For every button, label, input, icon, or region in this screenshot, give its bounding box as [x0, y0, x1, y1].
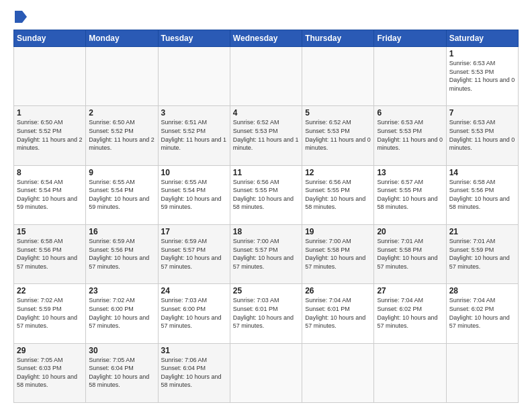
day-number: 30 — [89, 346, 154, 355]
sunrise-label: Sunrise: 7:05 AM — [17, 357, 63, 363]
sunset-label: Sunset: 5:56 PM — [89, 246, 134, 253]
logo-icon — [15, 11, 27, 23]
calendar-cell: 9 Sunrise: 6:55 AM Sunset: 5:54 PM Dayli… — [86, 165, 158, 224]
day-number: 16 — [89, 227, 154, 236]
daylight-label: Daylight: 10 hours and 59 minutes. — [17, 195, 77, 211]
daylight-label: Daylight: 11 hours and 0 minutes. — [305, 136, 371, 152]
calendar-cell: 25 Sunrise: 7:03 AM Sunset: 6:01 PM Dayl… — [230, 284, 302, 343]
day-info: Sunrise: 6:51 AM Sunset: 5:52 PM Dayligh… — [161, 118, 227, 152]
sunrise-label: Sunrise: 7:02 AM — [17, 297, 63, 304]
sunrise-label: Sunrise: 6:58 AM — [449, 179, 496, 185]
day-info: Sunrise: 7:01 AM Sunset: 5:59 PM Dayligh… — [449, 237, 515, 271]
day-number: 12 — [305, 168, 371, 177]
sunrise-label: Sunrise: 6:56 AM — [305, 179, 351, 185]
sunrise-label: Sunrise: 7:04 AM — [305, 297, 351, 304]
calendar-cell: 29 Sunrise: 7:05 AM Sunset: 6:03 PM Dayl… — [14, 343, 86, 402]
sunset-label: Sunset: 6:01 PM — [233, 306, 278, 312]
week-row-5: 22 Sunrise: 7:02 AM Sunset: 5:59 PM Dayl… — [14, 284, 519, 343]
sunset-label: Sunset: 5:53 PM — [305, 128, 350, 134]
day-info: Sunrise: 7:05 AM Sunset: 6:04 PM Dayligh… — [89, 356, 154, 390]
daylight-label: Daylight: 11 hours and 0 minutes. — [449, 77, 515, 92]
day-number: 28 — [449, 286, 515, 295]
day-number: 8 — [17, 168, 83, 177]
calendar-cell — [302, 47, 374, 106]
sunrise-label: Sunrise: 7:00 AM — [233, 238, 279, 244]
sunrise-label: Sunrise: 6:53 AM — [449, 119, 496, 126]
calendar-cell: 26 Sunrise: 7:04 AM Sunset: 6:01 PM Dayl… — [302, 284, 374, 343]
day-info: Sunrise: 6:56 AM Sunset: 5:55 PM Dayligh… — [305, 178, 371, 212]
calendar-cell: 31 Sunrise: 7:06 AM Sunset: 6:04 PM Dayl… — [158, 343, 230, 402]
sunrise-label: Sunrise: 7:02 AM — [89, 297, 135, 304]
sunrise-label: Sunrise: 7:01 AM — [449, 238, 496, 244]
day-info: Sunrise: 7:06 AM Sunset: 6:04 PM Dayligh… — [161, 356, 227, 390]
day-info: Sunrise: 7:02 AM Sunset: 6:00 PM Dayligh… — [89, 296, 154, 330]
calendar-cell — [14, 47, 86, 106]
header-day-thursday: Thursday — [302, 30, 374, 47]
header-row: SundayMondayTuesdayWednesdayThursdayFrid… — [14, 30, 519, 47]
sunrise-label: Sunrise: 6:58 AM — [17, 238, 63, 244]
daylight-label: Daylight: 10 hours and 57 minutes. — [377, 314, 437, 330]
day-number: 31 — [161, 346, 227, 355]
sunrise-label: Sunrise: 6:56 AM — [233, 179, 279, 185]
day-info: Sunrise: 6:58 AM Sunset: 5:56 PM Dayligh… — [17, 237, 83, 271]
calendar-cell: 22 Sunrise: 7:02 AM Sunset: 5:59 PM Dayl… — [14, 284, 86, 343]
sunset-label: Sunset: 5:53 PM — [449, 68, 494, 75]
daylight-label: Daylight: 10 hours and 58 minutes. — [233, 195, 294, 211]
day-number: 6 — [377, 108, 443, 118]
day-info: Sunrise: 7:01 AM Sunset: 5:58 PM Dayligh… — [377, 237, 443, 271]
day-number: 24 — [161, 286, 227, 295]
daylight-label: Daylight: 10 hours and 57 minutes. — [89, 255, 149, 270]
sunset-label: Sunset: 5:55 PM — [233, 187, 278, 193]
sunrise-label: Sunrise: 6:59 AM — [89, 238, 135, 244]
sunset-label: Sunset: 5:52 PM — [89, 128, 134, 134]
sunset-label: Sunset: 5:53 PM — [377, 128, 422, 134]
daylight-label: Daylight: 10 hours and 58 minutes. — [305, 195, 365, 211]
calendar-cell: 7 Sunrise: 6:53 AM Sunset: 5:53 PM Dayli… — [446, 106, 518, 165]
sunset-label: Sunset: 5:58 PM — [305, 246, 350, 253]
daylight-label: Daylight: 10 hours and 57 minutes. — [377, 255, 437, 270]
day-number: 17 — [161, 227, 227, 236]
calendar-cell: 23 Sunrise: 7:02 AM Sunset: 6:00 PM Dayl… — [86, 284, 158, 343]
logo-text — [13, 11, 27, 23]
calendar-cell: 11 Sunrise: 6:56 AM Sunset: 5:55 PM Dayl… — [230, 165, 302, 224]
day-number: 20 — [377, 227, 443, 236]
day-info: Sunrise: 7:04 AM Sunset: 6:02 PM Dayligh… — [377, 296, 443, 330]
day-number: 5 — [305, 108, 371, 118]
week-row-2: 1 Sunrise: 6:50 AM Sunset: 5:52 PM Dayli… — [14, 106, 519, 165]
sunset-label: Sunset: 6:03 PM — [17, 365, 62, 371]
daylight-label: Daylight: 10 hours and 59 minutes. — [161, 195, 222, 211]
day-info: Sunrise: 6:52 AM Sunset: 5:53 PM Dayligh… — [305, 118, 371, 152]
header-day-tuesday: Tuesday — [158, 30, 230, 47]
day-number: 19 — [305, 227, 371, 236]
logo-line1 — [13, 11, 27, 23]
week-row-4: 15 Sunrise: 6:58 AM Sunset: 5:56 PM Dayl… — [14, 224, 519, 283]
calendar-cell: 6 Sunrise: 6:53 AM Sunset: 5:53 PM Dayli… — [374, 106, 446, 165]
week-row-3: 8 Sunrise: 6:54 AM Sunset: 5:54 PM Dayli… — [14, 165, 519, 224]
daylight-label: Daylight: 11 hours and 1 minute. — [161, 136, 227, 152]
calendar-cell: 4 Sunrise: 6:52 AM Sunset: 5:53 PM Dayli… — [230, 106, 302, 165]
week-row-6: 29 Sunrise: 7:05 AM Sunset: 6:03 PM Dayl… — [14, 343, 519, 402]
calendar-cell: 21 Sunrise: 7:01 AM Sunset: 5:59 PM Dayl… — [446, 224, 518, 283]
calendar-cell — [230, 343, 302, 402]
calendar-cell: 16 Sunrise: 6:59 AM Sunset: 5:56 PM Dayl… — [86, 224, 158, 283]
day-number: 26 — [305, 286, 371, 295]
calendar-cell: 18 Sunrise: 7:00 AM Sunset: 5:57 PM Dayl… — [230, 224, 302, 283]
day-number: 21 — [449, 227, 515, 236]
day-info: Sunrise: 6:52 AM Sunset: 5:53 PM Dayligh… — [233, 118, 299, 152]
day-info: Sunrise: 7:02 AM Sunset: 5:59 PM Dayligh… — [17, 296, 83, 330]
sunset-label: Sunset: 6:04 PM — [161, 365, 206, 371]
calendar-cell: 19 Sunrise: 7:00 AM Sunset: 5:58 PM Dayl… — [302, 224, 374, 283]
calendar-cell — [446, 343, 518, 402]
header — [13, 11, 519, 23]
calendar-cell: 15 Sunrise: 6:58 AM Sunset: 5:56 PM Dayl… — [14, 224, 86, 283]
sunset-label: Sunset: 6:04 PM — [89, 365, 134, 371]
calendar-cell — [374, 343, 446, 402]
daylight-label: Daylight: 10 hours and 58 minutes. — [17, 373, 77, 389]
calendar-table: SundayMondayTuesdayWednesdayThursdayFrid… — [13, 30, 519, 403]
day-info: Sunrise: 6:50 AM Sunset: 5:52 PM Dayligh… — [17, 118, 83, 152]
svg-marker-0 — [15, 11, 27, 23]
daylight-label: Daylight: 10 hours and 58 minutes. — [449, 195, 510, 211]
day-info: Sunrise: 6:59 AM Sunset: 5:56 PM Dayligh… — [89, 237, 154, 271]
header-day-wednesday: Wednesday — [230, 30, 302, 47]
daylight-label: Daylight: 10 hours and 57 minutes. — [17, 255, 77, 270]
